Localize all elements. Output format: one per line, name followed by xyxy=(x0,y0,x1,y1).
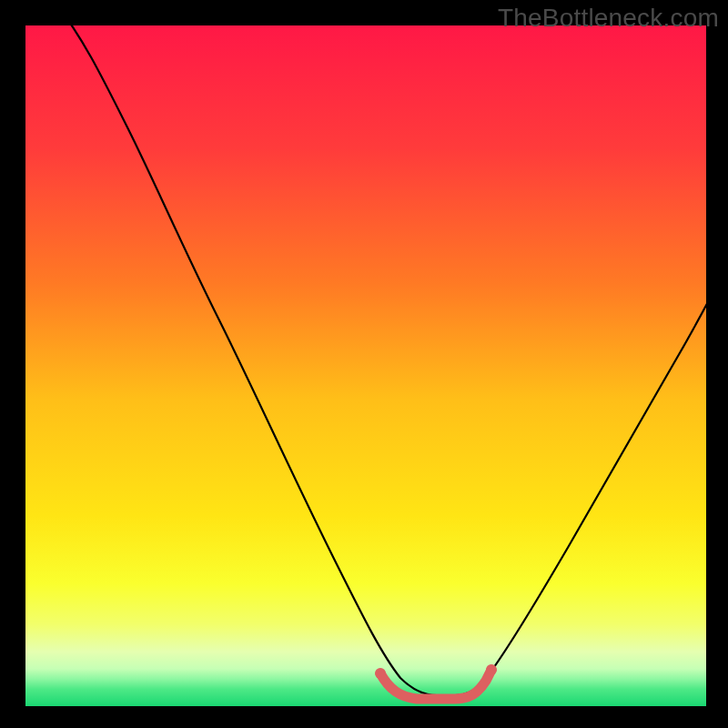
chart-curve-layer xyxy=(0,0,728,728)
bottleneck-curve xyxy=(55,2,725,695)
optimal-start-dot xyxy=(375,668,386,679)
watermark-text: TheBottleneck.com xyxy=(498,4,719,33)
optimal-end-dot xyxy=(486,664,497,675)
